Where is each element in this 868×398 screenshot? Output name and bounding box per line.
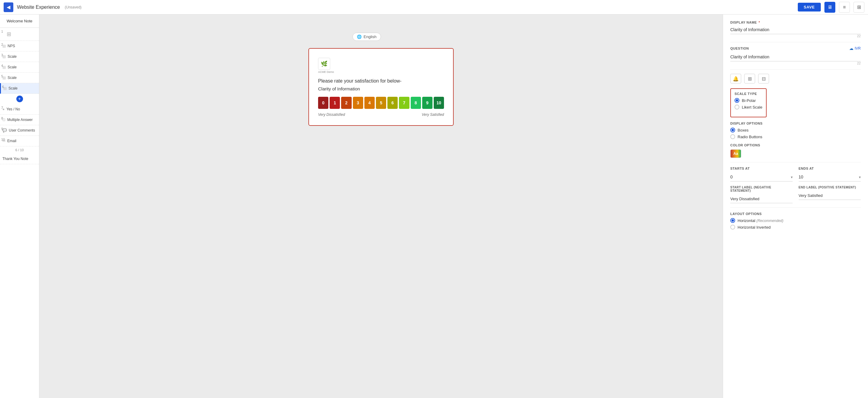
start-label-section: START LABEL (NEGATIVE STATEMENT) [730,186,793,192]
required-marker: * [758,21,760,24]
add-item-button[interactable]: + [17,96,23,102]
page-indicator: 6 / 10 [0,146,39,154]
tab-grid[interactable]: ⊞ [744,74,755,84]
color-options-label: COLOR OPTIONS [730,143,861,147]
tab-list[interactable]: ⊟ [758,74,769,84]
layout-horizontal-inverted[interactable]: Horizontal Inverted [730,225,861,230]
question-input[interactable] [730,53,861,61]
scale-type-bipolar[interactable]: Bi-Polar [735,98,763,103]
scale-type-label: SCALE TYPE [735,92,763,96]
item-num-9: 9 [1,127,3,131]
question-char-count: 22 [730,61,861,65]
menu-button[interactable]: ≡ [839,2,850,13]
ivr-label: IVR [855,46,861,51]
scale-box-4[interactable]: 4 [364,97,375,109]
starts-at-col: STARTS AT 0 ▾ [730,167,793,181]
scale-box-10[interactable]: 10 [434,97,444,109]
item-num-5: 5 [1,74,3,78]
scale-box-8[interactable]: 8 [411,97,421,109]
monitor-button[interactable]: 🖥 [825,2,835,13]
item-label-4: Scale [7,65,17,69]
ends-at-dropdown[interactable]: 10 [799,173,861,181]
sidebar-item-multiple[interactable]: 8 ⊡ Multiple Answer [0,114,39,125]
item-num-1: 1 [1,30,3,33]
survey-question: Clarity of Information [318,86,444,91]
survey-logo: 🌿 ACME Demo [318,58,444,73]
end-label-input[interactable] [799,192,861,200]
item-label-7: Yes / No [6,107,20,111]
display-options-label: DISPLAY OPTIONS [730,122,861,125]
sidebar-item-email[interactable]: 10 ✉ Email [0,136,39,146]
display-option-boxes[interactable]: Boxes [730,128,861,132]
drag-handle-1: ⊞ [7,31,11,37]
sidebar-item-1[interactable]: 1 ⊞ [0,28,39,41]
item-num-6: 6 [2,85,4,89]
scale-box-1[interactable]: 1 [330,97,340,109]
scale-labels: Very Dissatisfied Very Satisfied [318,112,444,117]
thank-you-label: Thank You Note [2,157,28,161]
survey-card: 🌿 ACME Demo Please rate your satisfactio… [308,48,454,126]
language-button[interactable]: 🌐 English [352,33,381,41]
sidebar-thank-you[interactable]: Thank You Note [0,154,39,164]
ivr-link[interactable]: ☁ IVR [849,46,861,51]
item-label-nps: NPS [7,44,15,48]
starts-ends-row: STARTS AT 0 ▾ ENDS AT 10 ▾ [730,167,861,181]
hierarchy-button[interactable]: ⊞ [854,2,864,13]
unsaved-indicator: (Unsaved) [65,5,82,9]
scale-box-9[interactable]: 9 [422,97,433,109]
display-name-label: DISPLAY NAME * [730,21,861,24]
recommended-label: (Recommended) [756,219,783,223]
back-icon: ◀ [7,4,10,10]
radio-horizontal-indicator [730,218,735,223]
starts-at-label: STARTS AT [730,167,793,170]
scale-box-6[interactable]: 6 [388,97,398,109]
scale-box-2[interactable]: 2 [341,97,351,109]
page-title: Website Experience [17,4,60,10]
item-label-9: User Comments [9,128,35,132]
item-num-3: 3 [1,53,3,57]
color-swatch[interactable]: Aa [730,150,741,158]
layout-horizontal[interactable]: Horizontal (Recommended) [730,218,861,223]
layout-horizontal-inverted-label: Horizontal Inverted [738,225,771,230]
scale-box-7[interactable]: 7 [399,97,409,109]
right-panel: DISPLAY NAME * 22 QUESTION ☁ IVR 22 🔔 ⊞ … [723,14,868,398]
scale-label-left: Very Dissatisfied [318,112,345,117]
scale-boxes: 012345678910 [318,97,444,109]
scale-type-group: Bi-Polar Likert Scale [735,98,763,109]
hierarchy-icon: ⊞ [857,4,861,10]
sidebar-item-comments[interactable]: 9 💬 User Comments [0,125,39,136]
back-button[interactable]: ◀ [4,2,13,12]
radio-horizontal-inverted-indicator [730,225,735,230]
scale-box-3[interactable]: 3 [353,97,363,109]
tab-notification[interactable]: 🔔 [730,74,741,84]
sidebar-item-scale-6[interactable]: 6 ▤ Scale [0,83,39,94]
scale-label-right: Very Satisfied [422,112,444,117]
main-layout: Welcome Note 1 ⊞ 2 ▤ NPS 3 ▤ Scale 4 ▤ S… [0,14,868,398]
scale-box-0[interactable]: 0 [318,97,329,109]
monitor-icon: 🖥 [828,4,832,10]
start-label-input[interactable] [730,195,793,203]
logo-text: ACME Demo [318,70,334,73]
sidebar-item-scale-3[interactable]: 3 ▤ Scale [0,52,39,62]
color-swatch-label: Aa [733,152,738,156]
display-name-input[interactable] [730,25,861,34]
scale-type-likert[interactable]: Likert Scale [735,105,763,109]
sidebar-item-scale-5[interactable]: 5 ▤ Scale [0,73,39,83]
item-num-7: 7 [1,106,3,109]
display-option-radio[interactable]: Radio Buttons [730,134,861,139]
menu-icon: ≡ [843,4,846,10]
item-label-3: Scale [7,55,17,59]
starts-at-dropdown[interactable]: 0 [730,173,793,181]
display-option-boxes-label: Boxes [738,128,748,132]
save-button[interactable]: SAVE [798,3,821,11]
scale-box-5[interactable]: 5 [376,97,386,109]
display-name-char-count: 22 [730,34,861,38]
sidebar-item-yesno[interactable]: 7 ● Yes / No [0,104,39,114]
sidebar-item-nps[interactable]: 2 ▤ NPS [0,41,39,52]
radio-radio-indicator [730,134,735,139]
item-label-8: Multiple Answer [7,118,33,122]
item-label-10: Email [7,139,17,143]
end-label-section: END LABEL (POSITIVE STATEMENT) [799,186,861,189]
sidebar-item-scale-4[interactable]: 4 ▤ Scale [0,62,39,73]
display-option-radio-label: Radio Buttons [738,135,763,139]
